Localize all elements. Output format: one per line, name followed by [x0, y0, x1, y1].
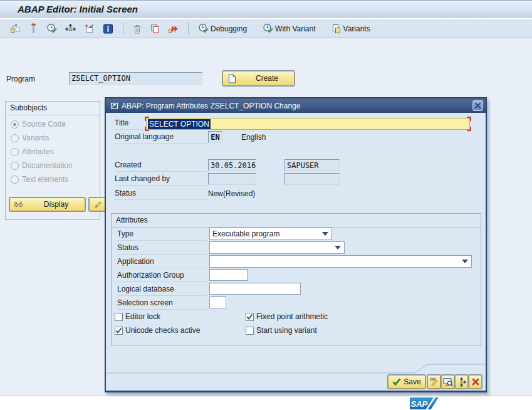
editor-lock-checkbox[interactable]: Editor lock: [115, 312, 160, 321]
checkbox-checked-icon: [115, 327, 123, 335]
fixed-point-arithmetic-checkbox[interactable]: Fixed point arithmetic: [246, 312, 328, 321]
create-wand-icon: [29, 23, 38, 34]
copy-icon: [150, 24, 160, 34]
original-language-name: English: [241, 133, 266, 142]
logical-database-input[interactable]: [209, 283, 301, 295]
type-dropdown-value: Executable program: [212, 229, 322, 238]
execute-program-button[interactable]: [167, 21, 180, 36]
unicode-checks-active-checkbox[interactable]: Unicode checks active: [115, 326, 200, 335]
delete-icon: [133, 24, 142, 34]
execute-check-icon: [46, 23, 57, 34]
insert-button[interactable]: [83, 21, 96, 36]
display-change-button[interactable]: [427, 375, 441, 389]
title-field-focus-frame: SELECT OPTION: [145, 117, 471, 131]
created-label: Created: [115, 160, 207, 172]
checkbox-icon: [115, 313, 123, 321]
radio-variants[interactable]: Variants: [11, 134, 49, 142]
clock-check-icon: [198, 23, 209, 34]
checkbox-checked-icon: [246, 313, 254, 321]
dialog-title: ABAP: Program Attributes ZSELCT_OPTION C…: [122, 102, 300, 110]
title-label: Title: [115, 118, 143, 130]
start-using-variant-checkbox[interactable]: Start using variant: [246, 326, 317, 335]
subobjects-title: Subobjects: [6, 102, 100, 115]
debugging-button[interactable]: Debugging: [197, 21, 248, 36]
page-title: ABAP Editor: Initial Screen: [18, 4, 138, 14]
status-value: New(Revised): [208, 189, 255, 198]
execute-program-icon: [168, 24, 179, 34]
debugging-label: Debugging: [211, 24, 247, 33]
created-user-field[interactable]: SAPUSER: [284, 159, 340, 171]
toolbar-separator: [123, 23, 123, 35]
transport-button[interactable]: [455, 375, 468, 389]
clock-check-icon: [263, 23, 273, 34]
create-button-label: Create: [240, 74, 294, 83]
created-date-field[interactable]: 30.05.2016: [208, 159, 256, 171]
status-strip: SAP: [0, 395, 532, 410]
insert-icon: [84, 24, 95, 34]
create-button[interactable]: Create: [222, 71, 295, 86]
radio-button-icon: [11, 148, 19, 156]
application-dropdown[interactable]: [209, 255, 472, 268]
glasses-icon: [14, 201, 24, 208]
authorization-group-label: Authorization Group: [117, 271, 207, 282]
last-changed-date-field[interactable]: [208, 173, 256, 185]
radio-source-code[interactable]: Source Code: [11, 120, 66, 129]
other-object-icon: [9, 23, 21, 34]
create-object-button[interactable]: [28, 21, 39, 36]
radio-documentation[interactable]: Documentation: [11, 161, 73, 170]
check-screen-button[interactable]: [441, 375, 454, 389]
radio-attributes[interactable]: Attributes: [11, 147, 54, 156]
selection-screen-input[interactable]: [209, 297, 226, 308]
attr-status-label: Status: [117, 243, 207, 255]
selection-screen-label: Selection screen: [117, 298, 207, 310]
display-button-label: Display: [28, 200, 85, 209]
type-dropdown[interactable]: Executable program: [209, 228, 332, 240]
type-label: Type: [117, 229, 207, 241]
chevron-down-icon: [462, 260, 468, 263]
window-titlebar: ABAP Editor: Initial Screen: [0, 0, 532, 19]
variants-icon: [331, 24, 342, 34]
save-button[interactable]: Save: [388, 375, 425, 389]
new-document-icon: [228, 74, 236, 83]
execute-with-icon: [65, 24, 76, 34]
check-icon: [392, 378, 401, 386]
original-language-input[interactable]: EN: [208, 131, 222, 143]
radio-button-icon: [11, 176, 19, 184]
with-variant-button[interactable]: With Variant: [261, 21, 316, 36]
dialog-titlebar[interactable]: ABAP: Program Attributes ZSELCT_OPTION C…: [106, 98, 486, 113]
pencil-icon: [94, 200, 103, 209]
radio-button-icon: [11, 134, 19, 142]
move-arrows-icon: [457, 377, 466, 387]
dialog-close-button[interactable]: [472, 100, 483, 111]
title-input[interactable]: SELECT OPTION: [146, 118, 470, 130]
display-button[interactable]: Display: [9, 197, 85, 211]
cancel-button[interactable]: [469, 375, 482, 389]
screen-magnifier-icon: [443, 377, 453, 387]
authorization-group-input[interactable]: [209, 269, 248, 281]
sap-gui-window: ABAP Editor: Initial Screen: [0, 0, 532, 410]
radio-text-elements[interactable]: Text elements: [11, 175, 68, 184]
info-icon: [103, 24, 113, 34]
chevron-down-icon: [322, 232, 328, 236]
toolbar-separator: [188, 23, 189, 35]
chevron-down-icon: [335, 246, 341, 250]
last-changed-user-field[interactable]: [284, 173, 340, 185]
sap-logo: SAP: [410, 397, 440, 409]
radio-button-icon: [11, 162, 19, 170]
program-attributes-dialog: ABAP: Program Attributes ZSELCT_OPTION C…: [105, 97, 487, 392]
checkbox-icon: [246, 327, 254, 335]
execute-button[interactable]: [45, 21, 58, 36]
execute-with-button[interactable]: [64, 21, 77, 36]
attr-status-dropdown[interactable]: [209, 241, 345, 254]
last-changed-label: Last changed by: [115, 174, 207, 186]
logical-database-label: Logical database: [117, 285, 207, 296]
variants-button[interactable]: Variants: [330, 21, 372, 36]
attributes-title: Attributes: [112, 214, 481, 228]
close-icon: [474, 102, 481, 109]
program-input[interactable]: [69, 72, 202, 85]
delete-button[interactable]: [132, 21, 143, 36]
info-button[interactable]: [102, 21, 115, 36]
copy-button[interactable]: [149, 21, 161, 36]
save-button-label: Save: [404, 377, 420, 386]
other-object-button[interactable]: [8, 21, 22, 36]
